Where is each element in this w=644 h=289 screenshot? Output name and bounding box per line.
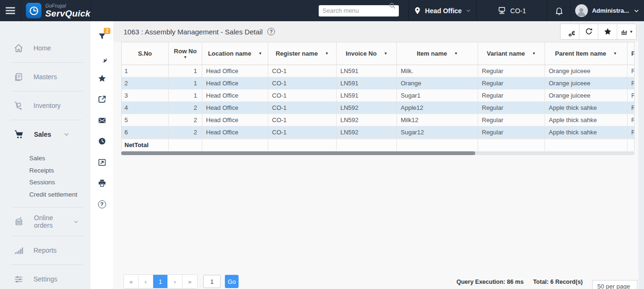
current-page-button[interactable]: 1 (153, 275, 168, 288)
column-settings-button[interactable] (91, 47, 113, 68)
table-row[interactable]: 52Head OfficeCO-1LN592Milk12RegularApple… (122, 114, 634, 126)
chevron-down-icon (465, 8, 471, 14)
favorite-report-button[interactable] (598, 24, 617, 39)
column-header-item-name[interactable]: Item name ▼ (397, 42, 478, 65)
printer-icon (98, 179, 107, 188)
email-button[interactable] (91, 110, 113, 131)
sidebar-item-label: Online orders (34, 214, 63, 229)
notifications-button[interactable] (547, 0, 570, 21)
table-row[interactable]: 21Head OfficeCO-1LN591OrangeRegularOrang… (122, 77, 634, 90)
sidebar-item-sales[interactable]: Sales (0, 120, 91, 149)
column-header-invoice-no[interactable]: Invoice No ▼ (337, 42, 397, 65)
top-bar: GoFrugal ServQuick Head Office CO-1 Admi… (0, 0, 644, 21)
location-selector[interactable]: Head Office (408, 0, 476, 21)
table-row[interactable]: 62Head OfficeCO-1LN592Sugar12RegularAppl… (122, 126, 634, 139)
register-selector[interactable]: CO-1 (476, 0, 547, 21)
brand-logo[interactable]: GoFrugal ServQuick (21, 0, 91, 21)
table-row[interactable]: 31Head OfficeCO-1LN591Sugar1RegularOrang… (122, 90, 634, 102)
query-execution-time: Query Execution: 86 ms (456, 279, 523, 285)
submenu-item-credit-settlement[interactable]: Credit settlement (29, 189, 91, 201)
brand-name: GoFrugal ServQuick (45, 3, 91, 18)
chart-view-button[interactable]: ▼ (617, 24, 636, 39)
filter-button[interactable]: 2 (91, 26, 113, 47)
table-cell: Re (627, 65, 634, 77)
sidebar-item-label: Home (33, 44, 51, 52)
column-header-sno[interactable]: S.No (122, 42, 169, 65)
submenu-item-receipts[interactable]: Receipts (29, 165, 91, 177)
first-page-button[interactable]: « (124, 275, 139, 288)
schedule-button[interactable] (91, 131, 113, 152)
sidebar-item-online-orders[interactable]: Online orders (0, 207, 91, 236)
app-logo-icon (26, 3, 41, 18)
table-cell: Re (627, 126, 634, 139)
goto-page-input[interactable] (203, 275, 221, 288)
go-button[interactable]: Go (225, 275, 239, 288)
submenu-item-sessions[interactable]: Sessions (29, 176, 91, 189)
inventory-icon (14, 101, 24, 111)
column-header-row-no[interactable]: Row No ▼ (169, 42, 202, 65)
table-cell: Head Office (202, 114, 268, 126)
report-title-bar: 1063 : Assembly Management - Sales Detai… (113, 21, 644, 42)
sidebar-item-home[interactable]: Home (0, 34, 91, 62)
sales-submenu: Sales Receipts Sessions Credit settlemen… (0, 149, 91, 207)
table-cell: Re (627, 102, 634, 114)
column-header-variant-name[interactable]: Variant name ▼ (478, 42, 545, 65)
column-header-register-name[interactable]: Register name ▼ (268, 42, 337, 65)
sidebar-item-inventory[interactable]: Inventory (0, 91, 91, 120)
refresh-button[interactable] (579, 24, 598, 39)
submenu-item-sales[interactable]: Sales (29, 152, 91, 165)
sort-caret-icon: ▼ (613, 52, 617, 56)
sort-caret-icon: ▼ (258, 52, 262, 56)
table-cell: Regular (478, 90, 545, 102)
export-icon (98, 158, 107, 167)
sidebar-item-settings[interactable]: Settings (0, 265, 91, 289)
table-row[interactable]: 42Head OfficeCO-1LN592Apple12RegularAppl… (122, 102, 634, 114)
table-cell: Apple12 (397, 102, 478, 114)
last-page-button[interactable]: » (182, 275, 197, 288)
net-total-cell (202, 139, 268, 151)
table-cell: Orange juiceee (545, 77, 627, 90)
table-cell: Head Office (202, 102, 268, 114)
table-row[interactable]: 11Head OfficeCO-1LN591Milk.RegularOrange… (122, 65, 634, 77)
export-button[interactable] (91, 152, 113, 173)
prev-page-button[interactable]: ‹ (139, 275, 153, 288)
favorite-button[interactable] (91, 68, 113, 89)
sort-caret-icon: ▼ (532, 52, 536, 56)
horizontal-scrollbar-thumb[interactable] (121, 151, 475, 155)
per-page-select[interactable]: 50 per page (592, 280, 637, 289)
column-header-parent-item-name[interactable]: Parent Item name ▼ (545, 42, 627, 65)
table-cell: 1 (169, 90, 202, 102)
table-cell: Head Office (202, 90, 268, 102)
user-menu[interactable]: Administra... (570, 0, 644, 21)
search-input[interactable] (319, 5, 399, 17)
column-header-clipped[interactable]: Pa (627, 42, 634, 65)
next-page-button[interactable]: › (168, 275, 182, 288)
table-cell: 2 (122, 77, 169, 90)
sliders-icon (14, 274, 24, 284)
sort-caret-icon: ▼ (183, 56, 187, 59)
column-label: Item name (417, 50, 447, 57)
print-button[interactable] (91, 173, 113, 194)
share-button[interactable] (91, 89, 113, 110)
column-header-location-name[interactable]: Location name ▼ (202, 42, 268, 65)
sidebar-item-label: Settings (33, 275, 58, 283)
sidebar-item-masters[interactable]: Masters (0, 63, 91, 91)
column-label: Invoice No (346, 50, 377, 57)
brand-line1: GoFrugal (45, 3, 91, 8)
sidebar-item-reports[interactable]: Reports (0, 236, 91, 264)
table-cell: Sugar1 (397, 90, 478, 102)
hamburger-menu-button[interactable] (0, 0, 21, 21)
table-cell: Regular (478, 65, 545, 77)
table-cell: Apple thick sahke (545, 126, 627, 139)
help-button[interactable]: ? (91, 194, 113, 215)
table-cell: CO-1 (268, 114, 337, 126)
sidebar-item-label: Masters (33, 73, 57, 81)
table-cell: Regular (478, 114, 545, 126)
star-icon (98, 74, 107, 83)
manage-settings-button[interactable] (561, 24, 579, 39)
sort-caret-icon: ▼ (325, 52, 329, 56)
share-icon (98, 95, 107, 104)
table-cell: 1 (122, 65, 169, 77)
title-help-icon[interactable]: ? (267, 28, 275, 35)
table-cell: Regular (478, 102, 545, 114)
